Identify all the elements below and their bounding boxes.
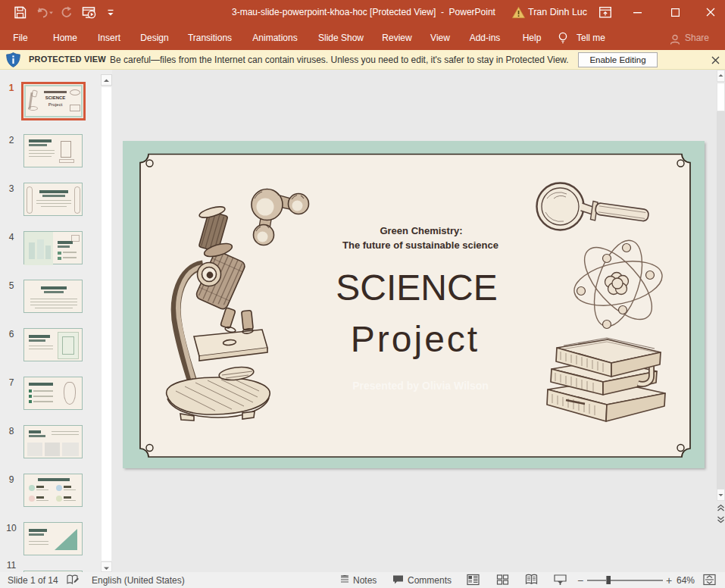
svg-text:SCIENCE: SCIENCE (336, 267, 497, 308)
svg-text:Green Chemistry:: Green Chemistry: (380, 225, 462, 236)
svg-text:The future of sustainable scie: The future of sustainable science (342, 239, 498, 251)
svg-text:Project: Project (351, 319, 480, 359)
svg-text:Presented by Olivia Wilson: Presented by Olivia Wilson (352, 380, 489, 392)
